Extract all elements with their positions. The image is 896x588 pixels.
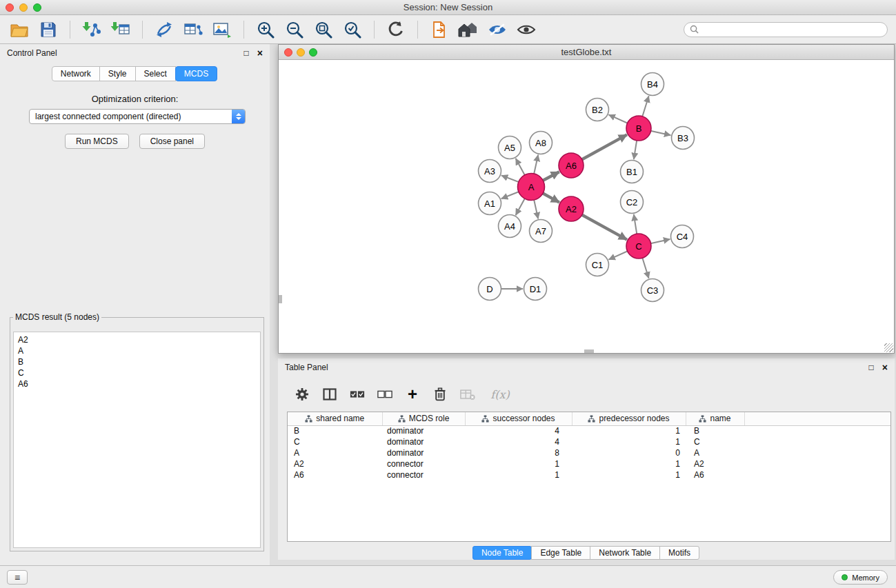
table-cell[interactable]: 1 xyxy=(572,469,686,480)
network-window[interactable]: testGlobe.txt B4B2BB3A8A5A6B1A3AC2A1A2A4… xyxy=(278,44,895,354)
table-cell[interactable]: dominator xyxy=(382,425,465,436)
add-column-button[interactable]: + xyxy=(405,387,420,402)
node-C1[interactable]: C1 xyxy=(586,254,609,276)
table-row[interactable]: Cdominator41C xyxy=(288,436,890,447)
table-cell[interactable]: A6 xyxy=(288,469,382,480)
table-row[interactable]: Adominator80A xyxy=(288,447,890,458)
network-close-button[interactable] xyxy=(284,48,292,57)
table-row[interactable]: Bdominator41B xyxy=(288,425,890,436)
table-cell[interactable]: 0 xyxy=(572,447,686,458)
search-input[interactable] xyxy=(702,25,882,34)
resize-grip[interactable] xyxy=(884,343,893,352)
function-builder-button[interactable]: f(x) xyxy=(488,387,512,402)
node-A8[interactable]: A8 xyxy=(530,132,552,154)
network-minimize-button[interactable] xyxy=(297,48,305,57)
node-D1[interactable]: D1 xyxy=(524,278,547,301)
node-B3[interactable]: B3 xyxy=(672,127,695,150)
table-cell[interactable]: 8 xyxy=(465,447,572,458)
close-panel-button[interactable]: Close panel xyxy=(139,134,205,149)
delete-table-button[interactable] xyxy=(460,387,475,402)
mcds-result-item[interactable]: A xyxy=(18,345,256,356)
export-document-button[interactable] xyxy=(428,19,450,41)
network-overview-button[interactable] xyxy=(457,19,479,41)
control-tab-network[interactable]: Network xyxy=(52,66,100,81)
minimize-window-button[interactable] xyxy=(19,3,28,12)
task-history-button[interactable]: ≡ xyxy=(7,570,28,585)
network-zoom-button[interactable] xyxy=(309,48,317,57)
table-cell[interactable]: dominator xyxy=(382,447,465,458)
search-box[interactable] xyxy=(684,22,888,37)
table-cell[interactable]: C xyxy=(686,436,744,447)
table-cell[interactable]: A2 xyxy=(288,458,382,469)
table-cell[interactable]: 1 xyxy=(572,436,686,447)
control-tab-select[interactable]: Select xyxy=(135,66,176,81)
table-cell[interactable]: 1 xyxy=(572,425,686,436)
control-tab-mcds[interactable]: MCDS xyxy=(175,66,217,81)
zoom-selected-button[interactable] xyxy=(341,19,364,41)
node-A3[interactable]: A3 xyxy=(479,160,501,183)
float-panel-icon[interactable]: □ xyxy=(244,48,249,58)
zoom-out-button[interactable] xyxy=(283,19,306,41)
table-cell[interactable]: 1 xyxy=(465,469,572,480)
open-session-button[interactable] xyxy=(8,19,30,41)
column-header-successor-nodes[interactable]: successor nodes xyxy=(465,412,572,425)
zoom-fit-button[interactable] xyxy=(312,19,335,41)
node-C4[interactable]: C4 xyxy=(671,225,694,248)
import-network-button[interactable] xyxy=(81,19,103,41)
table-row[interactable]: A6connector11A6 xyxy=(288,469,890,480)
table-cell[interactable]: dominator xyxy=(382,436,465,447)
node-C2[interactable]: C2 xyxy=(621,191,644,214)
mcds-result-item[interactable]: A6 xyxy=(18,378,256,389)
deselect-all-button[interactable] xyxy=(377,387,392,402)
table-cell[interactable]: 4 xyxy=(465,436,572,447)
float-table-panel-icon[interactable]: □ xyxy=(869,363,874,372)
table-cell[interactable]: A6 xyxy=(686,469,744,480)
node-B2[interactable]: B2 xyxy=(586,99,609,121)
optimization-dropdown[interactable]: largest connected component (directed) xyxy=(29,109,246,124)
settings-gear-button[interactable] xyxy=(295,387,310,402)
mcds-result-item[interactable]: A2 xyxy=(18,334,256,345)
column-header-predecessor-nodes[interactable]: predecessor nodes xyxy=(572,412,686,425)
node-A2[interactable]: A2 xyxy=(559,196,584,221)
table-cell[interactable]: A xyxy=(288,447,382,458)
table-tab-node-table[interactable]: Node Table xyxy=(472,546,532,560)
memory-button[interactable]: Memory xyxy=(833,570,888,585)
table-cell[interactable]: connector xyxy=(382,469,465,480)
node-B[interactable]: B xyxy=(626,116,651,141)
column-header-shared-name[interactable]: shared name xyxy=(288,412,382,425)
mcds-result-item[interactable]: C xyxy=(18,367,256,378)
show-hide-panel-button[interactable] xyxy=(515,19,537,41)
network-canvas[interactable]: B4B2BB3A8A5A6B1A3AC2A1A2A4A7C4CC1C3DD1 xyxy=(279,61,894,353)
network-image-button[interactable] xyxy=(211,19,233,41)
mcds-result-item[interactable]: B xyxy=(18,356,256,367)
node-C3[interactable]: C3 xyxy=(641,279,664,302)
network-table-button[interactable] xyxy=(182,19,204,41)
table-cell[interactable]: 4 xyxy=(465,425,572,436)
network-horizontal-scrollbar[interactable] xyxy=(584,349,594,353)
network-vertical-scrollbar[interactable] xyxy=(279,295,282,303)
table-cell[interactable]: 1 xyxy=(572,458,686,469)
save-session-button[interactable] xyxy=(37,19,59,41)
zoom-in-button[interactable] xyxy=(255,19,277,41)
table-tab-edge-table[interactable]: Edge Table xyxy=(531,546,590,560)
refresh-layout-button[interactable] xyxy=(385,19,407,41)
run-mcds-button[interactable]: Run MCDS xyxy=(65,134,129,149)
table-row[interactable]: A2connector11A2 xyxy=(288,458,890,469)
control-tab-style[interactable]: Style xyxy=(99,66,136,81)
table-cell[interactable]: connector xyxy=(382,458,465,469)
select-all-button[interactable] xyxy=(350,387,365,402)
node-A1[interactable]: A1 xyxy=(479,192,501,215)
table-tab-motifs[interactable]: Motifs xyxy=(659,546,699,560)
table-tab-network-table[interactable]: Network Table xyxy=(590,546,660,560)
column-header-MCDS-role[interactable]: MCDS role xyxy=(382,412,465,425)
table-cell[interactable]: A xyxy=(686,447,744,458)
node-B1[interactable]: B1 xyxy=(621,161,644,183)
delete-column-button[interactable] xyxy=(432,387,448,402)
table-cell[interactable]: 1 xyxy=(465,458,572,469)
network-window-titlebar[interactable]: testGlobe.txt xyxy=(279,45,894,60)
node-A7[interactable]: A7 xyxy=(530,220,552,243)
graphics-details-button[interactable] xyxy=(486,19,508,41)
import-table-button[interactable] xyxy=(110,19,132,41)
table-cell[interactable]: B xyxy=(686,425,744,436)
mcds-result-list[interactable]: A2ABCA6 xyxy=(13,332,261,548)
